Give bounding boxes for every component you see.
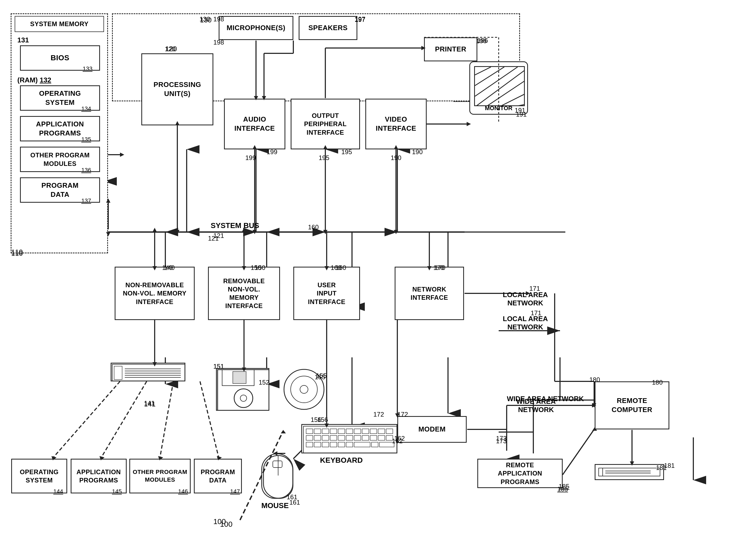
remote-computer-label: REMOTECOMPUTER <box>612 396 653 414</box>
monitor-screen-svg <box>475 67 525 106</box>
system-bus-label: SYSTEM BUS <box>211 221 259 230</box>
ref-150-pos: 150 <box>255 264 265 271</box>
svg-rect-85 <box>314 442 321 447</box>
app-ref: 135 <box>81 136 91 143</box>
floppy-svg <box>217 369 269 411</box>
ref-191-pos: 191 <box>516 111 527 118</box>
remote-computer-ref: 180 <box>652 379 663 386</box>
os-bottom-label: OPERATINGSYSTEM <box>20 468 58 484</box>
svg-rect-78 <box>346 436 353 440</box>
remote-hdd <box>595 464 664 480</box>
keyboard-label: KEYBOARD <box>320 456 363 465</box>
svg-rect-75 <box>322 436 329 440</box>
ref-162-pos: 162 <box>394 435 405 442</box>
audio-interface-box: AUDIOINTERFACE <box>224 99 285 149</box>
ref-199: 199 <box>245 154 256 162</box>
ref-195: 195 <box>319 154 329 162</box>
svg-rect-87 <box>330 442 337 447</box>
lan-label: LOCAL AREANETWORK <box>499 315 552 331</box>
app-programs-label: APPLICATIONPROGRAMS <box>36 120 84 138</box>
network-interface-box: NETWORKINTERFACE <box>395 267 464 320</box>
svg-rect-95 <box>273 461 282 467</box>
audio-interface-label: AUDIOINTERFACE <box>235 115 275 133</box>
non-removable-label: NON-REMOVABLENON-VOL. MEMORYINTERFACE <box>123 281 187 306</box>
ref-180: 180 <box>589 376 600 383</box>
printer-box: PRINTER <box>424 37 477 61</box>
svg-rect-74 <box>314 436 321 440</box>
svg-rect-77 <box>338 436 345 440</box>
wan-text-label: WIDE AREA NETWORK <box>499 395 592 403</box>
bios-ref: 133 <box>83 65 93 72</box>
svg-point-109 <box>291 376 317 403</box>
svg-rect-71 <box>378 429 385 434</box>
lan-ref: 171 <box>531 309 541 317</box>
svg-point-106 <box>234 389 253 408</box>
svg-rect-86 <box>322 442 329 447</box>
svg-point-110 <box>300 385 308 393</box>
ref-120-pos: 120 <box>165 45 176 53</box>
svg-rect-76 <box>330 436 337 440</box>
svg-rect-62 <box>306 429 313 434</box>
ref-197-pos: 197 <box>355 15 365 23</box>
svg-rect-70 <box>370 429 377 434</box>
diagram-container: SYSTEM MEMORY 131 BIOS 133 (RAM) 132 OPE… <box>0 0 756 535</box>
svg-rect-64 <box>322 429 329 434</box>
svg-rect-88 <box>338 442 345 447</box>
svg-rect-67 <box>346 429 353 434</box>
svg-line-52 <box>475 70 525 106</box>
svg-rect-90 <box>354 442 370 447</box>
svg-rect-61 <box>303 426 397 453</box>
system-memory-box: SYSTEM MEMORY <box>15 16 104 32</box>
modem-label: MODEM <box>418 425 446 434</box>
remote-app-programs-box: REMOTEAPPLICATIONPROGRAMS <box>477 459 563 488</box>
svg-rect-79 <box>354 436 361 440</box>
output-peripheral-box: OUTPUTPERIPHERALINTERFACE <box>291 99 360 149</box>
svg-rect-84 <box>306 442 313 447</box>
ref-170-pos: 170 <box>433 264 444 271</box>
ref-100-pos: 100 <box>220 520 233 529</box>
program-data-bottom-ref: 147 <box>230 488 240 495</box>
svg-rect-63 <box>314 429 321 434</box>
video-ref: 190 <box>412 148 423 156</box>
ref-161-pos: 161 <box>289 499 300 506</box>
svg-point-107 <box>240 395 247 401</box>
program-data-bottom-label: PROGRAMDATA <box>201 468 235 484</box>
lan-text-label: LOCAL AREANETWORK <box>499 291 552 307</box>
system-bus-text: SYSTEM BUS <box>211 221 259 230</box>
ref-172: 172 <box>373 411 384 418</box>
svg-rect-69 <box>362 429 369 434</box>
non-removable-box: NON-REMOVABLENON-VOL. MEMORYINTERFACE <box>115 267 195 320</box>
ref-173-pos: 173 <box>496 435 507 442</box>
app-bottom-ref: 145 <box>112 488 122 495</box>
svg-rect-73 <box>306 436 313 440</box>
svg-rect-66 <box>338 429 345 434</box>
program-data-ref: 137 <box>81 197 91 204</box>
svg-rect-91 <box>372 442 378 447</box>
printer-label: PRINTER <box>435 45 466 54</box>
hdd-svg <box>111 363 185 381</box>
floppy-ref: 152 <box>259 379 269 386</box>
other-bottom-ref: 146 <box>178 488 188 495</box>
system-memory-label: SYSTEM MEMORY <box>30 20 89 28</box>
processing-unit-box: PROCESSINGUNIT(S) <box>141 53 213 125</box>
remote-computer-box: REMOTECOMPUTER <box>595 381 669 429</box>
rom-ref: 131 <box>17 36 29 44</box>
ref-190: 190 <box>391 154 401 162</box>
keyboard-device <box>301 424 397 453</box>
svg-rect-97 <box>114 366 122 380</box>
ref-141-pos: 141 <box>144 400 155 407</box>
bios-label: BIOS <box>51 53 69 63</box>
svg-line-50 <box>475 67 504 86</box>
keyboard-svg <box>302 425 397 453</box>
audio-ref: 199 <box>267 148 277 156</box>
video-interface-box: VIDEOINTERFACE <box>365 99 427 149</box>
other-modules-ref: 136 <box>81 167 91 174</box>
svg-rect-80 <box>362 436 369 440</box>
video-interface-label: VIDEOINTERFACE <box>376 115 416 133</box>
user-input-box: USERINPUTINTERFACE <box>293 267 360 320</box>
ref-155-pos: 155 <box>316 372 327 380</box>
speakers-box: SPEAKERS <box>299 16 357 40</box>
rom-label: 131 <box>17 36 29 44</box>
svg-rect-82 <box>378 436 385 440</box>
modem-box: MODEM <box>397 416 467 443</box>
